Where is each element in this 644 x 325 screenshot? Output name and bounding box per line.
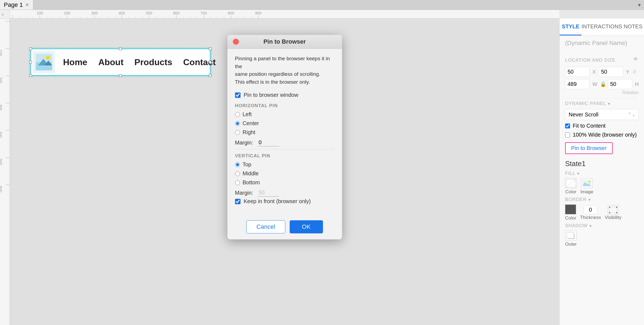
panel-tabs: STYLE INTERACTIONS NOTES — [560, 19, 644, 36]
svg-rect-69 — [609, 207, 617, 213]
pin-to-browser-button[interactable]: Pin to Browser — [565, 142, 613, 154]
keep-in-front-label: Keep in front (browser only) — [244, 198, 311, 204]
shadow-outer-label: Outer — [565, 242, 577, 247]
svg-text:600: 600 — [0, 186, 3, 192]
shadow-arrow-icon: ▾ — [589, 223, 592, 228]
fill-image-icon — [581, 178, 593, 188]
border-label: BORDER — [565, 197, 587, 202]
border-options-row: Color Thickness — [565, 204, 639, 221]
keep-in-front-checkbox[interactable] — [235, 199, 241, 204]
fill-color-option[interactable]: Color — [565, 178, 577, 195]
wide-100-row: 100% Wide (browser only) — [565, 132, 639, 138]
radio-top-input[interactable] — [235, 162, 240, 167]
page-tab-label: Page 1 — [4, 1, 23, 8]
radio-top-label: Top — [243, 161, 251, 168]
svg-rect-70 — [609, 207, 610, 208]
fill-section: FILL ▾ Color — [565, 171, 639, 195]
border-visibility-icon — [608, 205, 619, 215]
wide-100-checkbox[interactable] — [565, 133, 570, 137]
shadow-outer-icon — [565, 231, 577, 240]
radio-right-label: Right — [243, 129, 256, 136]
radio-left-label: Left — [243, 111, 252, 118]
radio-bottom-input[interactable] — [235, 180, 240, 185]
cancel-button[interactable]: Cancel — [246, 220, 285, 233]
visibility-icon[interactable]: 👁 — [633, 56, 639, 62]
pin-to-browser-modal: Pin to Browser Pinning a panel to the br… — [227, 35, 342, 239]
fit-to-content-checkbox[interactable] — [565, 124, 570, 128]
svg-text:500: 500 — [0, 159, 3, 165]
vertical-margin-input[interactable] — [257, 189, 279, 197]
svg-text:400: 400 — [118, 11, 125, 15]
location-size-label: LOCATION AND SIZE — [565, 58, 616, 63]
panel-body: LOCATION AND SIZE 👁 X Y 0 W 🔒 H Rotation — [560, 49, 644, 254]
border-thickness-option: Thickness — [580, 205, 601, 220]
modal-footer: Cancel OK — [227, 215, 342, 239]
radio-right: Right — [235, 129, 334, 136]
svg-text:900: 900 — [255, 11, 262, 15]
border-color-box — [565, 204, 576, 214]
canvas-area: Home About Products Contact Pin to Brows… — [10, 19, 559, 325]
radio-center-input[interactable] — [235, 121, 240, 126]
radio-right-input[interactable] — [235, 130, 240, 135]
x-input[interactable] — [565, 67, 590, 77]
ruler-vertical: 100200300400500600 — [0, 19, 10, 325]
svg-text:200: 200 — [64, 11, 70, 15]
radio-center: Center — [235, 120, 334, 127]
modal-description: Pinning a panel to the browser keeps it … — [235, 55, 334, 86]
horizontal-margin-input[interactable] — [257, 139, 279, 146]
horizontal-margin-row: Margin: — [235, 139, 334, 146]
tab-close-icon[interactable]: ✕ — [25, 2, 29, 8]
horizontal-pin-label: HORIZONTAL PIN — [235, 103, 334, 109]
fill-arrow-icon: ▾ — [577, 171, 579, 176]
shadow-options-row: Outer — [565, 231, 639, 247]
ok-button[interactable]: OK — [290, 220, 323, 233]
fill-label: FILL — [565, 171, 575, 176]
wide-100-label: 100% Wide (browser only) — [573, 132, 637, 138]
tab-notes[interactable]: NOTES — [622, 19, 644, 35]
radio-middle-label: Middle — [243, 170, 259, 177]
border-section: BORDER ▾ Color Thickness — [565, 197, 639, 221]
main-area: 100200300400500600 — [0, 19, 644, 325]
svg-text:400: 400 — [0, 131, 3, 138]
tab-dropdown-icon[interactable]: ▾ — [638, 2, 644, 8]
radio-bottom-label: Bottom — [243, 179, 260, 186]
svg-text:300: 300 — [0, 104, 3, 111]
modal-close-button[interactable] — [233, 39, 239, 45]
dynamic-panel-section: DYNAMIC PANEL ▾ Never Scroll Vertically … — [565, 98, 639, 156]
divider — [235, 149, 334, 149]
radio-center-label: Center — [243, 120, 259, 127]
svg-text:100: 100 — [37, 11, 43, 15]
border-color-option[interactable]: Color — [565, 204, 576, 221]
pin-to-browser-window-label: Pin to browser window — [244, 92, 298, 98]
dynamic-panel-label: DYNAMIC PANEL — [565, 101, 606, 106]
y-input[interactable] — [599, 67, 623, 77]
radio-top: Top — [235, 161, 334, 168]
border-thickness-input[interactable] — [584, 205, 597, 214]
shadow-outer-option[interactable]: Outer — [565, 231, 577, 247]
radio-middle-input[interactable] — [235, 171, 240, 176]
tab-interactions[interactable]: INTERACTIONS — [581, 19, 622, 35]
h-input[interactable] — [608, 79, 632, 89]
scroll-select[interactable]: Never Scroll Vertically Horizontally Bot… — [565, 109, 639, 120]
tab-style[interactable]: STYLE — [560, 19, 581, 35]
state-label: State1 — [565, 160, 639, 168]
keep-in-front-row: Keep in front (browser only) — [235, 198, 334, 204]
fill-color-icon — [565, 178, 577, 188]
dynamic-panel-name: (Dynamic Panel Name) — [560, 36, 644, 49]
page-tab[interactable]: Page 1 ✕ — [0, 0, 33, 10]
rotation-label: 0 — [633, 69, 636, 75]
lock-icon[interactable]: 🔒 — [600, 81, 606, 87]
modal-body: Pinning a panel to the browser keeps it … — [227, 49, 342, 215]
svg-text:800: 800 — [228, 11, 234, 15]
border-visibility-option[interactable]: Visibility — [605, 205, 621, 220]
border-thickness-label: Thickness — [580, 215, 601, 220]
modal-title: Pin to Browser — [263, 38, 306, 45]
w-input[interactable] — [565, 79, 590, 89]
radio-left-input[interactable] — [235, 112, 240, 117]
svg-text:500: 500 — [146, 11, 152, 15]
fill-image-option[interactable]: Image — [580, 178, 593, 195]
fill-options-row: Color Image — [565, 178, 639, 195]
pin-to-browser-window-checkbox[interactable] — [235, 92, 241, 98]
shadow-section: SHADOW ▾ Outer — [565, 223, 639, 247]
modal-overlay: Pin to Browser Pinning a panel to the br… — [10, 19, 559, 325]
